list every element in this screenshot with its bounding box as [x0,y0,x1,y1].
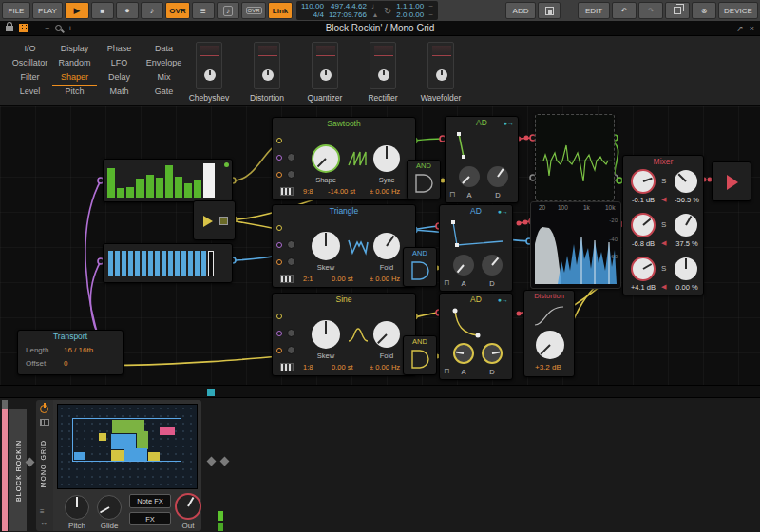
device-card-chebyshev[interactable]: Chebyshev [188,42,230,103]
sine-ratio-value[interactable]: 1:8 [303,363,313,371]
step-bar[interactable] [108,251,113,276]
zoom-out-button[interactable]: − [45,24,49,33]
sawtooth-semitone-value[interactable]: -14.00 st [328,187,355,196]
solo-button-2[interactable]: S [661,220,666,229]
quantize-icon[interactable]: ♩ [371,2,379,10]
length-value[interactable]: 16 / 16th [64,346,93,354]
step-bar[interactable] [126,187,134,198]
device-card-wavefolder[interactable]: Wavefolder [420,42,462,103]
triangle-skew-knob[interactable] [312,232,340,260]
overdub-button[interactable]: OVR [165,2,190,19]
category-mix[interactable]: Mix [142,72,186,86]
mixer-volume-value-3[interactable]: +4.1 dB [625,283,661,292]
punch-in-icon[interactable]: ~ [428,2,433,10]
mixer-volume-knob-3[interactable] [631,256,656,281]
transport-display[interactable]: 110.00 4/4 497.4.4.62 127:09.766 ♩ ▴ ↻ 1… [296,1,438,20]
triangle-semitone-value[interactable]: 0.00 st [332,275,353,283]
ad-envelope-display[interactable] [447,218,506,251]
category-math[interactable]: Math [97,86,142,101]
green-steps-display[interactable] [107,163,215,198]
device-card-distortion[interactable]: Distortion [246,42,288,103]
loop-icon[interactable]: ↻ [384,7,391,15]
sawtooth-pitch-port[interactable] [276,172,282,178]
step-bar[interactable] [122,251,126,276]
lock-icon[interactable] [6,26,13,31]
sawtooth-hz-value[interactable]: ± 0.00 Hz [370,187,400,196]
triangle-phase-port[interactable] [276,225,282,231]
out-knob[interactable] [175,493,201,520]
sine-fold-knob[interactable] [373,321,400,348]
step-bar[interactable] [155,251,160,276]
step-bar[interactable] [181,251,186,276]
sine-keytrack-icon[interactable] [280,363,294,371]
save-button[interactable] [538,2,560,19]
distortion-gain-knob[interactable] [536,331,564,359]
triangle-pitch-amount-knob[interactable] [287,257,295,266]
sine-skew-mod-port[interactable] [276,331,282,336]
file-menu-button[interactable]: FILE [2,2,30,19]
trigger-play-icon[interactable] [203,216,213,227]
sawtooth-sync-knob[interactable] [373,145,400,172]
grid-canvas[interactable]: Transport Length 16 / 16th Offset 0 Sawt… [0,106,760,385]
audio-out-module[interactable] [712,162,751,201]
attack-knob[interactable] [453,255,474,276]
triangle-fold-knob[interactable] [373,233,400,259]
retrigger-toggle[interactable]: ●→ [498,208,508,215]
tempo-value[interactable]: 110.00 [301,2,324,10]
step-bar[interactable] [194,180,201,198]
automation-menu-button[interactable]: ≡ [192,2,215,19]
step-bar[interactable] [195,251,200,276]
mixer-pan-knob-2[interactable] [674,214,697,237]
sawtooth-phase-port[interactable] [276,138,282,143]
solo-button-1[interactable]: S [661,177,666,185]
sine-skew-knob[interactable] [312,320,340,349]
mute-icon-3[interactable]: ◀ [661,283,666,291]
decay-knob[interactable] [482,255,503,276]
mixer-volume-knob-2[interactable] [631,213,656,238]
sine-pitch-amount-knob[interactable] [287,346,295,354]
add-device-diamond[interactable] [220,457,230,466]
grid-thumbnail-display[interactable] [57,404,198,489]
popout-icon[interactable]: ↗ [736,24,744,33]
gate-mode-icon[interactable]: ⊓ [444,367,449,375]
device-card-quantizer[interactable]: Quantizer [304,42,346,103]
category-phase[interactable]: Phase [97,44,142,58]
step-bar[interactable] [162,251,166,276]
mixer-volume-knob-1[interactable] [631,169,656,194]
offset-value[interactable]: 0 [64,359,67,368]
sawtooth-shape-mod-port[interactable] [276,155,282,161]
triangle-keytrack-icon[interactable] [280,275,294,283]
add-device-diamond[interactable] [207,457,217,466]
step-bar[interactable] [135,251,140,276]
step-bar[interactable] [168,251,173,276]
step-bar[interactable] [107,168,115,198]
glide-knob[interactable] [97,495,122,520]
trigger-stop-icon[interactable] [219,217,228,225]
mixer-pan-value-2[interactable]: 37.5 % [669,239,705,248]
step-bar[interactable] [136,179,143,198]
oscilloscope-module[interactable] [535,114,615,201]
sawtooth-module[interactable]: Sawtooth Shape Sync 9:8 -14.00 st ± 0.00… [272,117,416,200]
device-remote-icon[interactable]: ≡ [40,507,45,516]
device-menu-button[interactable]: DEVICE [718,2,758,19]
retrigger-toggle[interactable]: ●→ [498,296,508,303]
song-position-value[interactable]: 497.4.4.62 [331,2,367,10]
play-button[interactable]: ▶ [65,2,89,19]
sawtooth-mod-amount-knob[interactable] [287,153,295,162]
triangle-pitch-port[interactable] [276,259,282,265]
song-time-value[interactable]: 127:09.766 [329,10,367,19]
mixer-volume-value-2[interactable]: -6.8 dB [625,239,661,248]
loop-start-value[interactable]: 1.1.1.00 [396,2,424,10]
gate-mode-icon[interactable]: ⊓ [449,190,455,199]
category-filter[interactable]: Filter [8,72,52,86]
undo-button[interactable]: ↶ [612,2,636,19]
category-lfo[interactable]: LFO [97,58,142,72]
and-gate-3[interactable]: AND [403,335,437,375]
device-keys-icon[interactable] [40,419,49,426]
step-bar[interactable] [175,177,182,198]
mixer-pan-value-3[interactable]: 0.00 % [669,283,705,292]
decay-knob[interactable] [482,343,503,364]
add-button[interactable]: ADD [505,2,536,19]
sine-hz-value[interactable]: ± 0.00 Hz [370,363,400,371]
metronome-button[interactable]: ♪ [141,2,163,19]
